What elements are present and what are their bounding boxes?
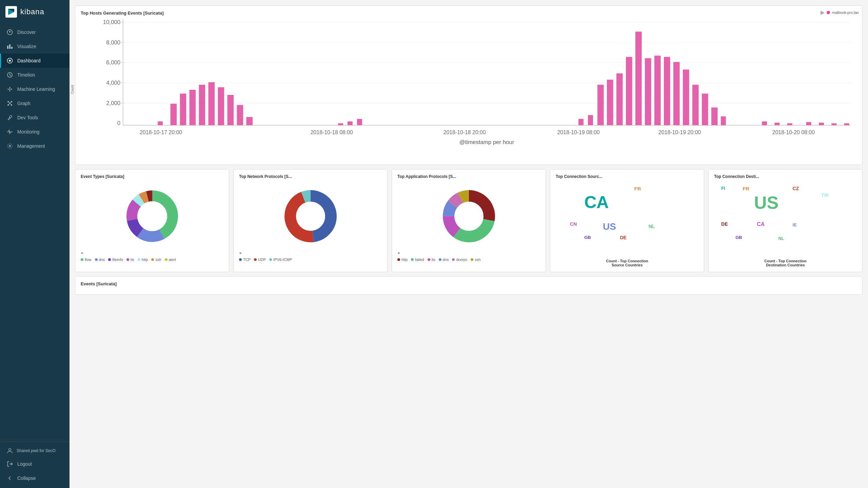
chart-legend: ▶ matbook-pro.lan xyxy=(821,9,859,16)
fileinfo-label: fileinfo xyxy=(112,258,123,262)
y-axis-label: Count xyxy=(71,85,74,94)
sidebar-item-visualize[interactable]: Visualize xyxy=(0,39,70,54)
svg-rect-61 xyxy=(626,57,632,125)
sidebar-user[interactable]: Shared pwd for SecO xyxy=(0,445,70,457)
ssh2-label: ssh xyxy=(475,258,480,262)
svg-rect-73 xyxy=(774,123,780,125)
word-DE-dst: DE xyxy=(721,221,728,227)
svg-text:8,000: 8,000 xyxy=(106,39,120,46)
svg-point-9 xyxy=(9,60,11,62)
svg-text:2,000: 2,000 xyxy=(106,100,120,106)
http-dot xyxy=(138,258,140,261)
svg-rect-48 xyxy=(209,82,215,125)
svg-text:2018-10-20 08:00: 2018-10-20 08:00 xyxy=(772,129,815,135)
tcp-label: TCP xyxy=(243,258,251,262)
clock-icon xyxy=(6,72,13,78)
bottom-panel-title: Events [Suricata] xyxy=(81,281,857,286)
shared-pwd-label: Shared pwd for SecO xyxy=(17,448,56,453)
connection-dest-title: Top Connection Desti... xyxy=(714,174,857,179)
network-protocols-title: Top Network Protocols [S... xyxy=(239,174,382,179)
graph-icon xyxy=(6,100,13,107)
sidebar-item-monitoring-label: Monitoring xyxy=(17,129,39,135)
word-NL-src: NL xyxy=(649,224,655,229)
top-chart-title: Top Hosts Generating Events [Suricata] xyxy=(81,11,857,16)
sidebar-item-dev-tools[interactable]: Dev Tools xyxy=(0,110,70,125)
svg-rect-71 xyxy=(721,116,726,125)
sidebar-item-timelion[interactable]: Timelion xyxy=(0,68,70,82)
app-protocols-donut xyxy=(397,182,540,250)
svg-rect-59 xyxy=(607,80,613,125)
legend-dot xyxy=(827,11,830,14)
svg-text:2018-10-19 08:00: 2018-10-19 08:00 xyxy=(557,129,599,135)
svg-rect-46 xyxy=(190,90,196,125)
sidebar-item-dashboard-label: Dashboard xyxy=(17,58,41,63)
word-CN-src: CN xyxy=(570,221,577,227)
svg-point-23 xyxy=(9,449,11,451)
svg-text:2018-10-17 20:00: 2018-10-17 20:00 xyxy=(140,129,182,135)
svg-rect-55 xyxy=(357,119,362,125)
svg-rect-52 xyxy=(246,117,253,125)
ssh-dot xyxy=(151,258,154,261)
connection-dest-panel: Top Connection Desti... FR CZ FI US TW D… xyxy=(708,169,863,272)
main-content: Top Hosts Generating Events [Suricata] ▶… xyxy=(70,0,868,488)
word-TW-dst: TW xyxy=(821,192,829,198)
legend-label: matbook-pro.lan xyxy=(832,11,859,15)
sidebar-item-graph[interactable]: Graph xyxy=(0,96,70,110)
svg-rect-75 xyxy=(806,122,811,125)
alert-label: alert xyxy=(169,258,176,262)
arrow-left-icon xyxy=(6,475,13,482)
compass-icon xyxy=(6,29,13,36)
legend-tcp: TCP xyxy=(239,258,251,262)
bottom-panel: Events [Suricata] xyxy=(75,276,863,295)
ssh2-dot xyxy=(471,258,473,261)
tls-label: tls xyxy=(131,258,134,262)
dcerpc-dot xyxy=(452,258,455,261)
svg-rect-53 xyxy=(338,123,343,125)
svg-rect-70 xyxy=(711,107,718,125)
sidebar-item-discover[interactable]: Discover xyxy=(0,25,70,39)
http-label: http xyxy=(142,258,148,262)
word-US-dst: US xyxy=(754,192,778,213)
legend-http: http xyxy=(138,258,148,262)
dns2-dot xyxy=(439,258,441,261)
svg-rect-64 xyxy=(654,56,661,125)
svg-point-93 xyxy=(137,201,167,231)
svg-text:0: 0 xyxy=(117,120,120,126)
svg-point-22 xyxy=(9,145,11,147)
legend-http2: http xyxy=(397,258,408,262)
wrench-icon xyxy=(6,114,13,121)
dns2-label: dns xyxy=(443,258,449,262)
sidebar-logo: kibana xyxy=(0,0,70,24)
user-icon xyxy=(6,447,13,454)
flow-dot xyxy=(81,258,83,261)
svg-text:6,000: 6,000 xyxy=(106,59,120,66)
logout-icon xyxy=(6,461,13,467)
app-protocols-panel: Top Application Protocols [S... ● htt xyxy=(392,169,546,272)
app-legend: http failed tls dns dcerpc xyxy=(397,258,540,262)
sparkle-icon xyxy=(6,86,13,93)
legend-dns: dns xyxy=(95,258,105,262)
svg-text:10,000: 10,000 xyxy=(103,19,120,25)
sidebar-item-monitoring[interactable]: Monitoring xyxy=(0,125,70,139)
word-FR-dst: FR xyxy=(743,186,749,191)
svg-rect-63 xyxy=(645,58,651,125)
event-types-title: Event Types [Suricata] xyxy=(81,174,223,179)
svg-text:2018-10-19 20:00: 2018-10-19 20:00 xyxy=(658,129,701,135)
sidebar-item-management[interactable]: Management xyxy=(0,139,70,153)
sidebar-logout[interactable]: Logout xyxy=(0,457,70,471)
sidebar-item-machine-learning[interactable]: Machine Learning xyxy=(0,82,70,96)
svg-rect-78 xyxy=(844,123,849,125)
sidebar-bottom: Shared pwd for SecO Logout Collapse xyxy=(0,442,70,488)
sidebar-item-dashboard[interactable]: Dashboard xyxy=(0,54,70,68)
gear-icon xyxy=(6,143,13,149)
svg-rect-77 xyxy=(831,123,836,125)
svg-rect-62 xyxy=(635,32,642,125)
panels-row: Event Types [Suricata] ● xyxy=(75,169,863,272)
dcerpc-label: dcerpc xyxy=(456,258,467,262)
collapse-label: Collapse xyxy=(17,475,36,481)
legend-dcerpc: dcerpc xyxy=(452,258,467,262)
svg-rect-66 xyxy=(673,62,680,125)
svg-rect-76 xyxy=(819,123,824,125)
word-CA-dst: CA xyxy=(757,221,765,227)
sidebar-collapse[interactable]: Collapse xyxy=(0,471,70,485)
